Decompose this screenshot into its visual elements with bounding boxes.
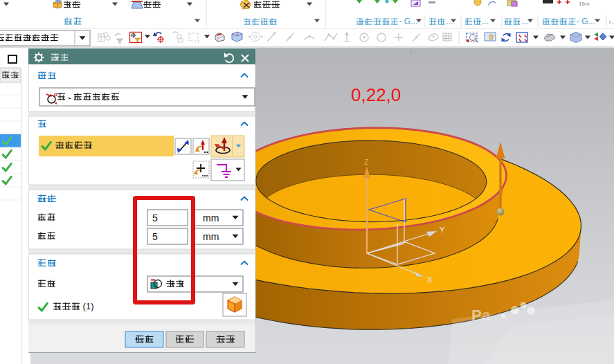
svg-text:0,22,0: 0,22,0 [351, 84, 401, 105]
svg-text:›..: ›.. [608, 17, 614, 26]
svg-text:P: P [471, 307, 482, 324]
svg-text:mm: mm [203, 231, 219, 242]
svg-text:a: a [482, 307, 491, 324]
svg-text:- G...: - G... [577, 17, 595, 26]
svg-text:X: X [427, 275, 433, 284]
svg-text:...: ... [446, 17, 453, 26]
svg-text:Z: Z [364, 158, 369, 166]
svg-text:...: ... [521, 17, 528, 26]
svg-text:16m: 16m [579, 1, 590, 7]
svg-text:...: ... [482, 17, 489, 26]
svg-text:mm: mm [203, 212, 219, 224]
svg-text:- G...: - G... [399, 17, 417, 26]
svg-text:(1): (1) [83, 301, 94, 311]
svg-text:Y: Y [440, 226, 445, 234]
